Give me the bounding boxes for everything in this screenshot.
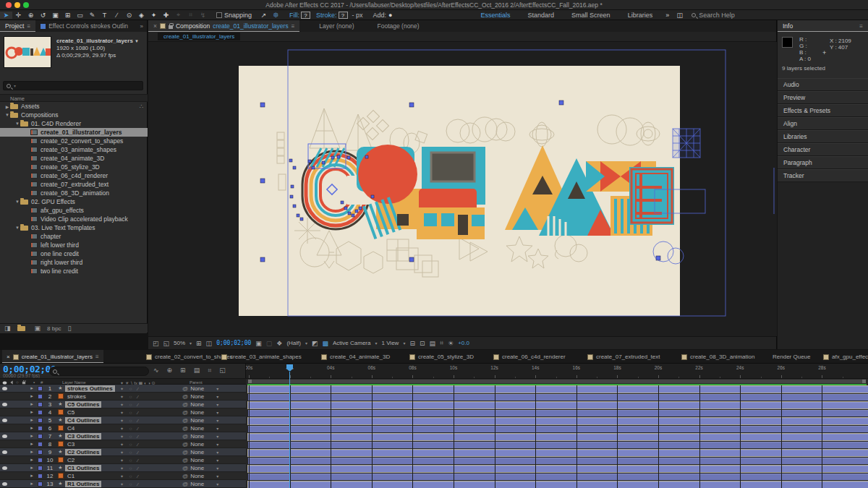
parent-dropdown[interactable]: @None▾ (182, 441, 218, 448)
grid-guides-icon[interactable]: ⊞ (196, 340, 202, 347)
expand-arrow-icon[interactable]: ▸ (27, 433, 36, 439)
eye-icon[interactable] (2, 466, 7, 470)
project-tree-header[interactable]: Name (0, 94, 148, 102)
composition-mini-flowchart-icon[interactable]: ∿ (153, 367, 159, 374)
pickwhip-icon[interactable]: @ (182, 441, 188, 448)
expand-arrow-icon[interactable]: ▸ (27, 465, 36, 471)
flowchart-icon[interactable]: ⌗ (440, 339, 443, 347)
label-color-chip[interactable] (36, 481, 44, 487)
timeline-tab-create-04-animate-3d[interactable]: create_04_animate_3D (317, 350, 394, 364)
workspace-small-screen[interactable]: Small Screen (571, 12, 610, 19)
workspace-essentials[interactable]: Essentials (481, 12, 511, 19)
mask-visibility-icon[interactable]: ◫ (206, 340, 213, 347)
visibility-cell[interactable] (0, 403, 9, 406)
layer-switches[interactable]: ✦ ◌ ∕ (120, 474, 140, 479)
composition-canvas[interactable] (239, 66, 680, 316)
timeline-tab-render-queue[interactable]: Render Queue (768, 350, 814, 364)
parent-dropdown[interactable]: @None▾ (182, 401, 218, 408)
label-color-chip[interactable] (36, 426, 44, 431)
layer-duration-bar[interactable] (248, 418, 868, 424)
expand-arrow-icon[interactable]: ▸ (27, 449, 36, 455)
pickwhip-icon[interactable]: @ (182, 385, 188, 392)
panel-section-audio[interactable]: Audio (778, 78, 868, 91)
always-preview-icon[interactable]: ◰ (153, 340, 159, 347)
audio-column-icon[interactable] (10, 381, 12, 385)
layer-row[interactable]: ▸4C5✦ ◌ ∕@None▾ (0, 408, 246, 416)
snapping-checkbox[interactable] (216, 12, 222, 18)
tree-comp-item[interactable]: create_05_stylize_3D (0, 163, 148, 171)
layer-name[interactable]: C2 Outlines (65, 449, 101, 455)
expander-icon[interactable]: ▼ (4, 113, 10, 117)
panel-menu-icon[interactable]: ≡ (859, 23, 863, 30)
workspace-standard[interactable]: Standard (528, 12, 555, 19)
parent-dropdown[interactable]: @None▾ (182, 425, 218, 432)
timeline-tab-afx-gpu-effects[interactable]: afx_gpu_effects (819, 350, 868, 364)
parent-dropdown[interactable]: @None▾ (182, 417, 218, 424)
parent-dropdown[interactable]: @None▾ (182, 465, 218, 471)
layer-name[interactable]: C3 Outlines (65, 433, 101, 440)
visibility-cell[interactable] (0, 419, 9, 422)
timeline-tab-create-07-extruded-text[interactable]: create_07_extruded_text (583, 350, 665, 364)
add-shape-icon[interactable]: ● (388, 12, 392, 19)
layer-duration-bar[interactable] (248, 394, 868, 401)
label-color-chip[interactable] (36, 418, 44, 423)
parent-dropdown[interactable]: @None▾ (182, 433, 218, 440)
puppet-pin-tool[interactable]: ✚ (160, 12, 172, 19)
tree-comp-item[interactable]: create_04_animate_3D (0, 154, 148, 163)
panel-menu-icon[interactable]: ≡ (95, 354, 99, 360)
layer-duration-bar[interactable] (248, 474, 868, 480)
layer-row[interactable]: ▸12C1✦ ◌ ∕@None▾ (0, 472, 246, 480)
tree-folder[interactable]: ▼02. GPU Effects (0, 197, 148, 206)
panel-section-preview[interactable]: Preview (778, 91, 868, 104)
pickwhip-icon[interactable]: @ (182, 393, 188, 400)
eye-icon[interactable] (2, 435, 7, 438)
tree-comp-item[interactable]: one line credit (0, 249, 148, 258)
hand-tool[interactable]: ✛ (12, 12, 25, 19)
layer-name[interactable]: C1 (65, 473, 77, 479)
interpret-footage-icon[interactable]: ◨ (4, 325, 11, 332)
fast-previews-icon[interactable]: ⊡ (420, 340, 425, 347)
timeline-jump-icon[interactable]: ▤ (429, 340, 435, 347)
visibility-cell[interactable] (0, 482, 9, 486)
layer-row[interactable]: ▸1★strokes Outlines✦ ◌ ∕@None▾ (0, 385, 246, 393)
tree-comp-item[interactable]: left lower third (0, 241, 148, 249)
pickwhip-icon[interactable]: @ (182, 473, 188, 479)
layer-switches[interactable]: ✦ ◌ ∕ (120, 410, 140, 415)
tree-comp-item[interactable]: two line credit (0, 267, 148, 275)
viewport[interactable] (148, 42, 777, 336)
pickwhip-icon[interactable]: @ (182, 401, 188, 408)
time-ruler[interactable]: 00s02s04s06s08s10s12s14s16s18s20s22s24s2… (246, 364, 868, 379)
layer-switches[interactable]: ✦ ◌ ∕ (120, 466, 140, 471)
panel-section-effects-presets[interactable]: Effects & Presets (778, 104, 868, 117)
exposure-icon[interactable]: ☀ (448, 340, 454, 347)
timeline-tab-create-05-stylize-3d[interactable]: create_05_stylize_3D (405, 350, 478, 364)
project-bit-depth[interactable]: 8 bpc (47, 325, 61, 332)
fill-swatch[interactable]: ? (301, 12, 310, 19)
breadcrumb-comp[interactable]: create_01_illustrator_layers (158, 33, 240, 40)
expand-arrow-icon[interactable]: ▸ (27, 417, 36, 423)
new-composition-icon[interactable]: ▣ (35, 325, 41, 332)
workspace-libraries[interactable]: Libraries (628, 12, 653, 19)
layer-row[interactable]: ▸2strokes✦ ◌ ∕@None▾ (0, 393, 246, 401)
label-color-chip[interactable] (36, 394, 44, 399)
show-snapshot-icon[interactable]: ▢ (266, 340, 273, 347)
expand-arrow-icon[interactable]: ▸ (27, 393, 36, 399)
pickwhip-icon[interactable]: @ (182, 417, 188, 424)
panel-section-libraries[interactable]: Libraries (778, 130, 868, 143)
layer-switches[interactable]: ✦ ◌ ∕ (120, 402, 140, 407)
tab-layer[interactable]: Layer (none) (314, 20, 359, 32)
expander-icon[interactable]: ▶ (4, 104, 10, 109)
zoom-level[interactable]: 50% (174, 340, 185, 346)
layer-name[interactable]: C4 (65, 425, 77, 432)
layer-switches[interactable]: ✦ ◌ ∕ (120, 386, 140, 391)
tree-comp-item[interactable]: Video Clip accelerated playback (0, 215, 148, 223)
hide-shy-layers-icon[interactable]: ⊞ (180, 367, 186, 374)
tree-folder[interactable]: ▼01. C4D Renderer (0, 119, 148, 128)
visibility-cell[interactable] (0, 466, 9, 470)
layer-duration-bar[interactable] (248, 402, 868, 408)
eye-icon[interactable] (2, 387, 7, 390)
timeline-tab-create-01-illustrator-layers[interactable]: ×create_01_illustrator_layers≡ (2, 350, 103, 364)
tree-comp-item[interactable]: create_07_extruded_text (0, 180, 148, 189)
layer-duration-bar[interactable] (248, 434, 868, 440)
tree-comp-item[interactable]: create_01_illustrator_layers (0, 128, 148, 137)
